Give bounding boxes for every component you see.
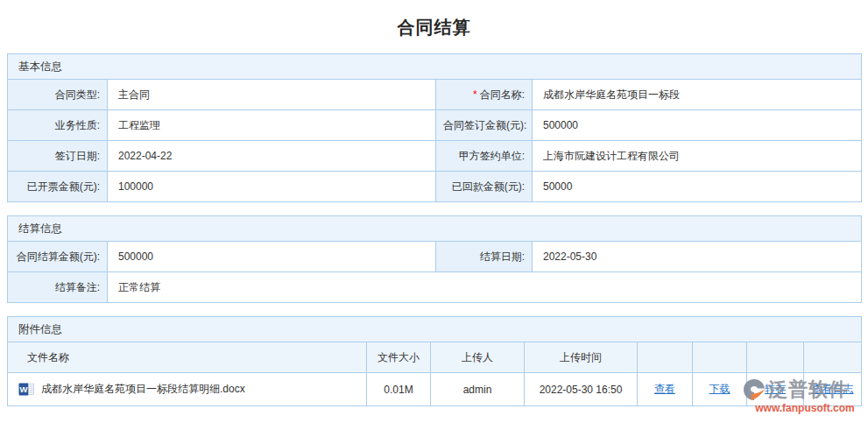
col-header-file-name: 文件名称: [8, 342, 367, 373]
col-header-action-3: [747, 342, 804, 373]
table-row: 签订日期: 2022-04-22 甲方签约单位: 上海市阮建设计工程有限公司: [8, 141, 862, 172]
signed-amount-value: 500000: [533, 110, 862, 141]
contract-type-label: 合同类型:: [8, 80, 108, 110]
table-row: 已开票金额(元): 100000 已回款金额(元): 50000: [8, 172, 862, 202]
col-header-action-1: [638, 342, 693, 373]
settlement-info-header: 结算信息: [8, 216, 862, 242]
view-log-link[interactable]: 查看日志: [812, 383, 854, 395]
attachment-info-header: 附件信息: [8, 317, 862, 342]
attachment-info-section: 附件信息 文件名称 文件大小 上传人 上传时间 W: [7, 316, 862, 406]
attachment-table-header-row: 文件名称 文件大小 上传人 上传时间: [8, 342, 862, 373]
received-amount-label: 已回款金额(元):: [436, 172, 533, 202]
sign-date-label: 签订日期:: [8, 141, 108, 172]
business-nature-label: 业务性质:: [8, 110, 108, 141]
settlement-date-value: 2022-05-30: [533, 242, 862, 272]
col-header-uploader: 上传人: [431, 342, 525, 373]
invoiced-amount-label: 已开票金额(元):: [8, 172, 108, 202]
settlement-amount-value: 500000: [108, 242, 436, 272]
contract-type-value: 主合同: [108, 80, 436, 110]
view-link[interactable]: 查看: [654, 383, 675, 395]
party-a-unit-value: 上海市阮建设计工程有限公司: [533, 141, 862, 172]
received-amount-value: 50000: [533, 172, 862, 202]
invoiced-amount-value: 100000: [108, 172, 436, 202]
contract-name-value: 成都水岸华庭名苑项目一标段: [533, 80, 862, 110]
file-name-cell: W 成都水岸华庭名苑项目一标段结算明细.docx: [8, 373, 367, 406]
attachment-uploader: admin: [431, 373, 525, 406]
col-header-file-size: 文件大小: [367, 342, 431, 373]
col-header-action-4: [804, 342, 862, 373]
settlement-info-section: 结算信息 合同结算金额(元): 500000 结算日期: 2022-05-30 …: [7, 215, 862, 303]
attachment-file-size: 0.01M: [367, 373, 431, 406]
word-docx-icon: W: [18, 382, 35, 397]
signed-amount-label: 合同签订金额(元):: [436, 110, 533, 141]
settlement-remark-value: 正常结算: [108, 272, 862, 303]
svg-text:W: W: [20, 384, 28, 394]
table-row: 合同类型: 主合同 *合同名称: 成都水岸华庭名苑项目一标段: [8, 80, 862, 110]
download-link[interactable]: 下载: [709, 383, 730, 395]
business-nature-value: 工程监理: [108, 110, 436, 141]
attachment-upload-time: 2022-05-30 16:50: [525, 373, 638, 406]
table-row: 结算备注: 正常结算: [8, 272, 862, 303]
attachment-row: W 成都水岸华庭名苑项目一标段结算明细.docx 0.01M admin 202…: [8, 373, 862, 406]
transfer-save-link[interactable]: 转存: [765, 383, 786, 395]
party-a-unit-label: 甲方签约单位:: [436, 141, 533, 172]
sign-date-value: 2022-04-22: [108, 141, 436, 172]
basic-info-section: 基本信息 合同类型: 主合同 *合同名称: 成都水岸华庭名苑项目一标段 业务性质…: [7, 53, 862, 202]
col-header-action-2: [693, 342, 747, 373]
table-row: 业务性质: 工程监理 合同签订金额(元): 500000: [8, 110, 862, 141]
attachment-file-name: 成都水岸华庭名苑项目一标段结算明细.docx: [41, 382, 245, 397]
contract-name-label: *合同名称:: [436, 80, 533, 110]
page-title: 合同结算: [0, 0, 868, 53]
required-asterisk: *: [473, 88, 477, 101]
settlement-amount-label: 合同结算金额(元):: [8, 242, 108, 272]
col-header-upload-time: 上传时间: [525, 342, 638, 373]
settlement-date-label: 结算日期:: [436, 242, 533, 272]
settlement-remark-label: 结算备注:: [8, 272, 108, 303]
basic-info-header: 基本信息: [8, 54, 862, 80]
table-row: 合同结算金额(元): 500000 结算日期: 2022-05-30: [8, 242, 862, 272]
